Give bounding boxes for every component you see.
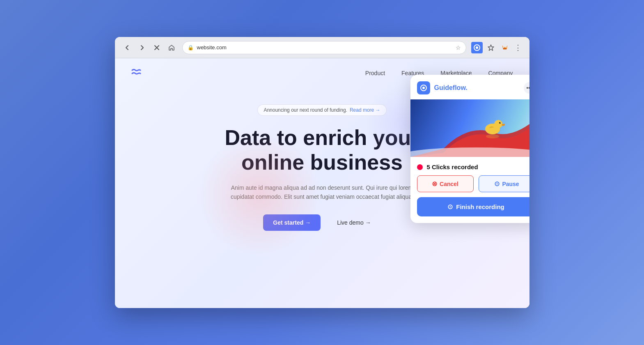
- finish-icon: ⊙: [447, 203, 453, 211]
- home-button[interactable]: [166, 42, 177, 53]
- lock-icon: 🔒: [188, 45, 194, 51]
- announcement-badge[interactable]: Announcing our next round of funding. Re…: [257, 104, 386, 116]
- cancel-label: Cancel: [440, 181, 458, 187]
- popup-image: [410, 99, 529, 157]
- svg-point-10: [494, 120, 502, 128]
- finish-label: Finish recording: [456, 203, 504, 210]
- finish-recording-button[interactable]: ⊙ Finish recording: [417, 197, 529, 216]
- nav-buttons: [121, 42, 177, 53]
- guideflow-extension-icon[interactable]: [471, 42, 483, 53]
- clicks-recorded-text: 5 Clicks recorded: [427, 163, 478, 170]
- live-demo-button[interactable]: Live demo →: [327, 214, 380, 231]
- popup-menu-button[interactable]: •••: [524, 82, 529, 94]
- recording-indicator: [417, 164, 423, 170]
- forward-button[interactable]: [136, 42, 148, 53]
- get-started-button[interactable]: Get started →: [263, 214, 321, 231]
- svg-point-4: [505, 47, 506, 48]
- popup-status: 5 Clicks recorded: [410, 157, 529, 175]
- browser-window: 🔒 website.com ☆: [115, 37, 529, 308]
- popup-logo-icon: [417, 81, 430, 94]
- extensions-star-icon[interactable]: [485, 42, 497, 53]
- pause-button[interactable]: ⊙ Pause: [479, 175, 529, 192]
- browser-extensions: ⋮: [471, 42, 523, 53]
- svg-point-3: [503, 47, 504, 48]
- read-more-link[interactable]: Read more →: [350, 107, 380, 113]
- pause-icon: ⊙: [494, 180, 500, 188]
- nav-product[interactable]: Product: [365, 70, 385, 76]
- popup-header: Guideflow. •••: [410, 75, 529, 99]
- svg-point-12: [500, 122, 500, 122]
- hero-subtitle: Anim aute id magna aliqua ad ad non dese…: [220, 183, 425, 202]
- announcement-text: Announcing our next round of funding.: [264, 107, 347, 113]
- bookmark-icon[interactable]: ☆: [456, 44, 461, 51]
- metamask-extension-icon[interactable]: [499, 42, 511, 53]
- popup-menu-dots: •••: [526, 85, 529, 91]
- pause-label: Pause: [502, 181, 519, 187]
- close-tab-button[interactable]: [151, 42, 163, 53]
- popup-title-dot: .: [465, 84, 467, 91]
- hero-title: Data to enrich your online business: [199, 126, 445, 175]
- browser-chrome: 🔒 website.com ☆: [115, 37, 529, 58]
- popup-actions: ⊗ Cancel ⊙ Pause: [410, 175, 529, 197]
- popup-title-brand: Guideflow: [434, 84, 466, 91]
- svg-point-1: [476, 46, 478, 49]
- cancel-button[interactable]: ⊗ Cancel: [417, 175, 474, 192]
- svg-point-6: [422, 87, 425, 89]
- cancel-icon: ⊗: [432, 180, 437, 188]
- browser-menu-icon[interactable]: ⋮: [513, 43, 523, 53]
- website-content: Product Features Marketplace Company Ann…: [115, 58, 529, 308]
- guideflow-popup: Guideflow. •••: [410, 75, 529, 223]
- address-bar[interactable]: 🔒 website.com ☆: [182, 41, 466, 54]
- popup-title: Guideflow.: [434, 84, 520, 92]
- svg-point-13: [486, 134, 499, 138]
- back-button[interactable]: [121, 42, 133, 53]
- url-text: website.com: [197, 44, 452, 51]
- site-logo: [131, 67, 143, 80]
